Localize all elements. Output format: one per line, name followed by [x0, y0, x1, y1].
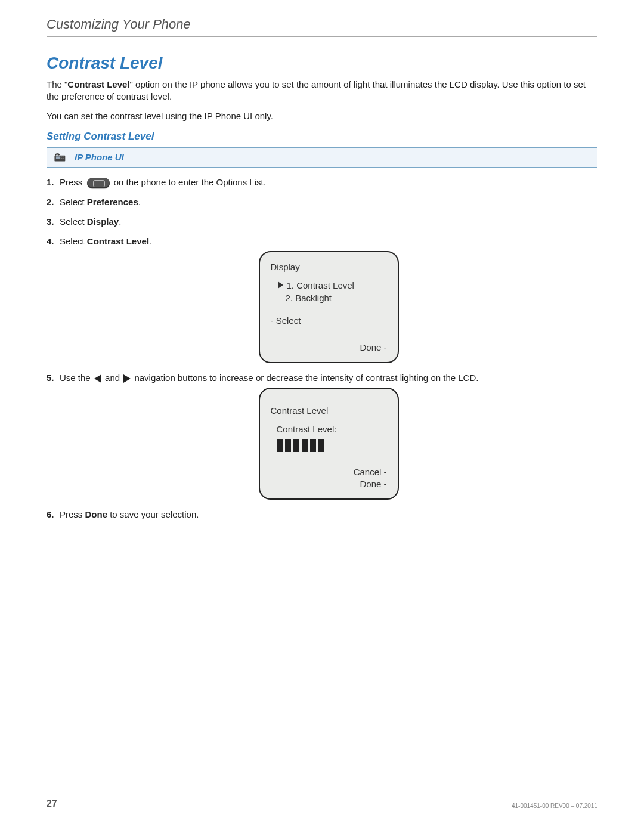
text-run: to save your selection.: [107, 509, 199, 519]
svg-rect-5: [63, 158, 64, 159]
step-4: Select Contrast Level. Display 1. Contra…: [47, 235, 597, 363]
text-run: .: [149, 236, 151, 246]
step-2: Select Preferences.: [47, 196, 597, 208]
contrast-bar-segment: [293, 439, 299, 452]
page-number: 27: [47, 798, 57, 809]
text-run: Press: [60, 177, 85, 187]
lcd-title: Display: [271, 261, 387, 273]
svg-rect-4: [61, 158, 63, 159]
divider: [47, 36, 597, 37]
text-run: and: [103, 373, 122, 383]
lcd-softkey-cancel: Cancel -: [354, 466, 387, 478]
subsection-heading: Setting Contrast Level: [47, 131, 597, 143]
text-bold: Contrast Level: [67, 79, 129, 89]
lcd-item-label: 2. Backlight: [286, 292, 332, 304]
text-run: .: [119, 216, 121, 227]
section-heading: Contrast Level: [47, 54, 597, 73]
lcd-title: Contrast Level: [271, 404, 387, 417]
lcd-display-screen: Display 1. Contrast Level 2. Backlight -…: [259, 251, 399, 363]
text-run: Select: [60, 197, 87, 207]
options-key-icon: [87, 178, 110, 188]
steps-list: Press on the phone to enter the Options …: [47, 176, 597, 521]
step-3: Select Display.: [47, 215, 597, 228]
nav-right-icon: [123, 374, 131, 383]
lcd-softkey-done: Done -: [360, 341, 386, 354]
text-run: Use the: [60, 373, 93, 383]
lcd-softkey-done: Done -: [360, 478, 386, 490]
svg-rect-2: [61, 156, 63, 157]
text-run: The ": [47, 79, 67, 89]
contrast-bar-segment: [277, 439, 283, 452]
ui-banner: IP Phone UI: [47, 147, 597, 168]
contrast-bar-segment: [285, 439, 291, 452]
contrast-bar-segment: [302, 439, 308, 452]
document-id: 41-001451-00 REV00 – 07.2011: [512, 803, 597, 809]
nav-left-icon: [94, 374, 101, 383]
ui-banner-label: IP Phone UI: [75, 152, 124, 162]
step-6: Press Done to save your selection.: [47, 508, 597, 521]
contrast-bar-indicator: [277, 439, 387, 452]
lcd-item-label: 1. Contrast Level: [287, 279, 354, 292]
text-bold: Preferences: [87, 197, 138, 207]
phone-icon: [53, 151, 69, 163]
text-bold: Done: [85, 509, 108, 519]
intro-paragraph-1: The "Contrast Level" option on the IP ph…: [47, 79, 597, 103]
svg-rect-3: [63, 156, 64, 157]
text-run: Select: [60, 236, 87, 246]
chapter-title: Customizing Your Phone: [47, 17, 597, 32]
intro-paragraph-2: You can set the contrast level using the…: [47, 110, 597, 122]
lcd-subtitle: Contrast Level:: [277, 423, 387, 435]
text-run: navigation buttons to increase or decrea…: [132, 373, 478, 383]
cursor-icon: [278, 281, 283, 289]
lcd-menu-item-1: 1. Contrast Level: [278, 279, 387, 292]
text-run: Press: [60, 509, 85, 519]
lcd-menu-item-2: 2. Backlight: [286, 292, 387, 304]
text-bold: Contrast Level: [87, 236, 149, 246]
text-run: .: [138, 197, 141, 207]
page-footer: 27 41-001451-00 REV00 – 07.2011: [47, 798, 597, 809]
step-1: Press on the phone to enter the Options …: [47, 176, 597, 188]
contrast-bar-segment: [318, 439, 324, 452]
text-run: Select: [60, 216, 87, 227]
lcd-contrast-screen: Contrast Level Contrast Level: Cancel - …: [259, 388, 399, 500]
lcd-softkey-select: - Select: [271, 314, 301, 327]
step-5: Use the and navigation buttons to increa…: [47, 371, 597, 500]
contrast-bar-segment: [310, 439, 316, 452]
svg-rect-1: [56, 156, 60, 159]
text-run: on the phone to enter the Options List.: [112, 177, 266, 187]
text-bold: Display: [87, 216, 119, 227]
